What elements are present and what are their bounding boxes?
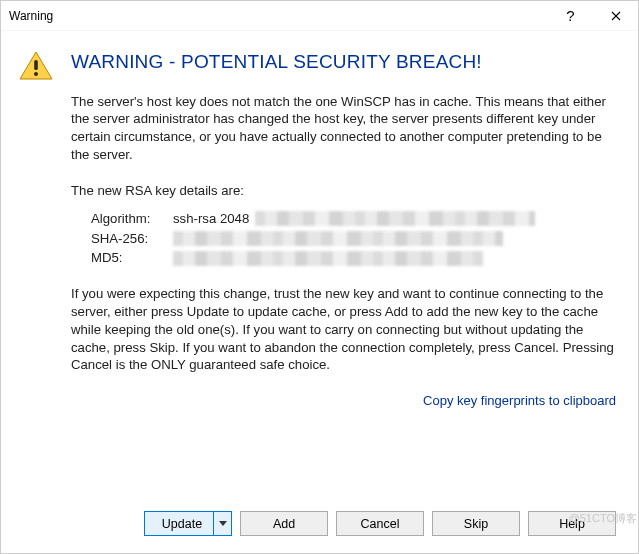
text-column: WARNING - POTENTIAL SECURITY BREACH! The… (71, 49, 616, 491)
button-row: Update Add Cancel Skip Help (1, 501, 638, 550)
svg-rect-0 (34, 60, 38, 70)
redacted-block (173, 231, 503, 246)
algorithm-row: Algorithm: ssh-rsa 2048 (91, 210, 616, 228)
instruction-paragraph: If you were expecting this change, trust… (71, 285, 616, 374)
copy-fingerprints-link[interactable]: Copy key fingerprints to clipboard (423, 393, 616, 408)
algorithm-value: ssh-rsa 2048 (173, 210, 249, 228)
redacted-block (255, 211, 535, 226)
icon-column (19, 49, 71, 491)
dialog-heading: WARNING - POTENTIAL SECURITY BREACH! (71, 49, 616, 75)
intro-paragraph: The server's host key does not match the… (71, 93, 616, 164)
key-intro: The new RSA key details are: (71, 182, 616, 200)
skip-button[interactable]: Skip (432, 511, 520, 536)
sha256-label: SHA-256: (91, 230, 173, 248)
chevron-down-icon (219, 521, 227, 526)
help-button[interactable]: Help (528, 511, 616, 536)
titlebar: Warning ? (1, 1, 638, 31)
sha256-row: SHA-256: (91, 230, 616, 248)
svg-point-1 (34, 72, 38, 76)
update-button-label: Update (162, 517, 202, 531)
add-button[interactable]: Add (240, 511, 328, 536)
close-icon (611, 11, 621, 21)
md5-row: MD5: (91, 249, 616, 267)
help-titlebar-button[interactable]: ? (548, 1, 593, 31)
key-details: Algorithm: ssh-rsa 2048 SHA-256: MD5: (71, 210, 616, 267)
md5-label: MD5: (91, 249, 173, 267)
dialog-content: WARNING - POTENTIAL SECURITY BREACH! The… (1, 31, 638, 501)
warning-icon (19, 51, 53, 81)
window-title: Warning (9, 9, 548, 23)
redacted-block (173, 251, 483, 266)
algorithm-label: Algorithm: (91, 210, 173, 228)
link-row: Copy key fingerprints to clipboard (71, 392, 616, 410)
close-button[interactable] (593, 1, 638, 31)
update-button[interactable]: Update (144, 511, 232, 536)
cancel-button[interactable]: Cancel (336, 511, 424, 536)
update-dropdown[interactable] (213, 512, 231, 535)
